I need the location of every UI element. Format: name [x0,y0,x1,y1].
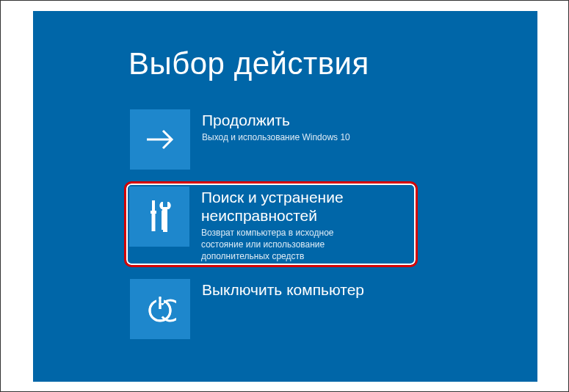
svg-rect-5 [163,209,167,231]
shutdown-tile[interactable]: Выключить компьютер [128,277,422,341]
svg-rect-2 [152,214,156,231]
continue-subtitle: Выход и использование Windows 10 [202,132,363,144]
page-title: Выбор действия [128,46,464,81]
continue-title: Продолжить [202,111,421,129]
options-list: Продолжить Выход и использование Windows… [128,108,464,341]
power-icon [130,279,190,339]
troubleshoot-text: Поиск и устранение неисправностей Возвра… [201,186,413,262]
shutdown-title: Выключить компьютер [202,280,421,299]
continue-tile[interactable]: Продолжить Выход и использование Windows… [128,108,422,171]
troubleshoot-subtitle: Возврат компьютера в исходное состояние … [201,228,363,262]
svg-rect-1 [151,211,156,214]
arrow-right-icon [130,109,190,170]
tools-icon [129,186,189,247]
continue-text: Продолжить Выход и использование Windows… [202,109,421,144]
troubleshoot-title: Поиск и устранение неисправностей [201,188,413,225]
recovery-screen: Выбор действия Продолжить Выход и исполь… [33,11,537,382]
svg-rect-0 [152,200,155,211]
shutdown-text: Выключить компьютер [202,279,421,302]
troubleshoot-tile[interactable]: Поиск и устранение неисправностей Возвра… [124,181,418,267]
